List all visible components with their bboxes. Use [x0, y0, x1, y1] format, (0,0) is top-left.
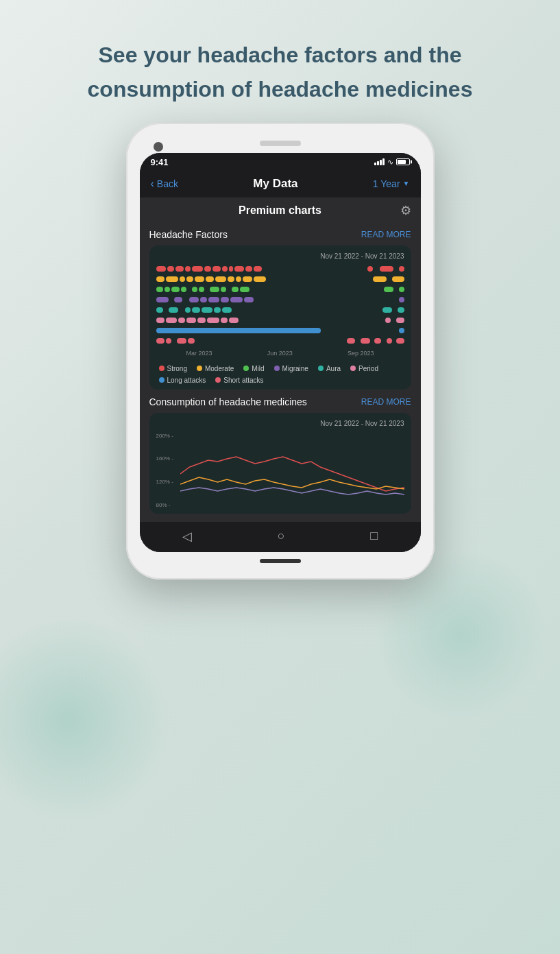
wifi-icon: ∿: [387, 158, 393, 167]
consumption-label: Consumption of headache medicines: [149, 396, 307, 407]
consumption-chart: Nov 21 2022 - Nov 21 2023 200% - 160% - …: [149, 413, 411, 514]
x-label-jun: Jun 2023: [267, 350, 293, 357]
recents-nav-icon[interactable]: □: [370, 529, 378, 543]
dot-rows-container: [156, 265, 404, 344]
legend-short-label: Short attacks: [223, 377, 263, 384]
gear-icon[interactable]: ⚙: [400, 203, 411, 218]
legend-strong: Strong: [159, 365, 187, 372]
consumption-header: Consumption of headache medicines READ M…: [149, 396, 411, 407]
chart-x-axis: Mar 2023 Jun 2023 Sep 2023: [156, 350, 404, 357]
legend-mild: Mild: [243, 365, 264, 372]
phone-container: 9:41 ∿ ‹ Bac: [0, 116, 560, 580]
legend-long-attacks: Long attacks: [159, 377, 206, 384]
home-bar[interactable]: [260, 559, 301, 563]
chart-legend: Strong Moderate Mild Migraine: [156, 361, 404, 384]
dot-row-3: [156, 286, 404, 293]
chart-lines: [180, 433, 404, 508]
legend-period-dot: [350, 366, 356, 371]
legend-period: Period: [350, 365, 378, 372]
legend-aura-dot: [318, 366, 324, 371]
chevron-left-icon: ‹: [151, 178, 154, 190]
signal-icon: [374, 158, 385, 165]
period-selector[interactable]: 1 Year ▼: [373, 178, 410, 189]
legend-long-label: Long attacks: [167, 377, 206, 384]
back-nav-icon[interactable]: ◁: [182, 529, 192, 544]
screen-content: Headache Factors READ MORE Nov 21 2022 -…: [140, 221, 421, 522]
legend-short-dot: [215, 377, 221, 383]
legend-aura-label: Aura: [326, 365, 341, 372]
x-label-sep: Sep 2023: [348, 350, 374, 357]
x-label-mar: Mar 2023: [186, 350, 212, 357]
dot-row-4: [156, 296, 404, 303]
dot-row-2: [156, 276, 404, 283]
dot-row-1: [156, 265, 404, 272]
legend-mild-dot: [243, 366, 249, 371]
headache-factors-chart: Nov 21 2022 - Nov 21 2023: [149, 246, 411, 390]
y-axis: 200% - 160% - 120% - 80% -: [156, 433, 173, 508]
legend-moderate-label: Moderate: [205, 365, 234, 372]
phone-frame: 9:41 ∿ ‹ Bac: [126, 123, 435, 580]
phone-screen: 9:41 ∿ ‹ Bac: [140, 153, 421, 552]
legend-moderate: Moderate: [197, 365, 234, 372]
dot-row-8: [156, 337, 404, 344]
camera-icon: [154, 142, 163, 152]
medicine-chart-inner: 200% - 160% - 120% - 80% -: [156, 433, 404, 508]
legend-strong-dot: [159, 366, 165, 371]
back-button[interactable]: ‹ Back: [151, 178, 178, 190]
status-time: 9:41: [151, 157, 169, 167]
phone-bottom-nav: ◁ ○ □: [140, 522, 421, 552]
chevron-down-icon: ▼: [403, 180, 410, 187]
headache-factors-label: Headache Factors: [149, 229, 228, 240]
premium-charts-header: Premium charts ⚙: [140, 198, 421, 221]
speaker-top: [260, 141, 301, 146]
status-icons: ∿: [374, 158, 410, 167]
headache-factors-header: Headache Factors READ MORE: [149, 229, 411, 240]
medicine-svg: [180, 433, 404, 508]
legend-migraine-label: Migraine: [282, 365, 308, 372]
legend-strong-label: Strong: [167, 365, 187, 372]
status-bar: 9:41 ∿: [140, 153, 421, 171]
legend-long-dot: [159, 377, 165, 383]
charts-title: Premium charts: [239, 204, 321, 217]
y-label-200: 200% -: [156, 433, 173, 439]
dot-row-6: [156, 317, 404, 324]
consumption-date-range: Nov 21 2022 - Nov 21 2023: [156, 420, 404, 427]
y-label-120: 120% -: [156, 479, 173, 485]
battery-icon: [396, 158, 410, 165]
dot-row-5: [156, 307, 404, 313]
period-label: 1 Year: [373, 178, 400, 189]
headache-read-more[interactable]: READ MORE: [361, 230, 411, 239]
legend-migraine-dot: [274, 366, 280, 371]
nav-title: My Data: [253, 177, 297, 191]
page-subtitle: consumption of headache medicines: [0, 77, 560, 116]
legend-short-attacks: Short attacks: [215, 377, 263, 384]
home-nav-icon[interactable]: ○: [278, 529, 285, 543]
legend-moderate-dot: [197, 366, 202, 371]
dot-row-7: [156, 327, 404, 334]
nav-bar: ‹ Back My Data 1 Year ▼: [140, 171, 421, 198]
headache-date-range: Nov 21 2022 - Nov 21 2023: [156, 252, 404, 260]
back-label: Back: [157, 178, 178, 189]
legend-aura: Aura: [318, 365, 341, 372]
legend-mild-label: Mild: [252, 365, 264, 372]
legend-period-label: Period: [358, 365, 378, 372]
y-label-160: 160% -: [156, 455, 173, 462]
consumption-read-more[interactable]: READ MORE: [361, 397, 411, 407]
y-label-80: 80% -: [156, 502, 173, 508]
legend-migraine: Migraine: [274, 365, 308, 372]
